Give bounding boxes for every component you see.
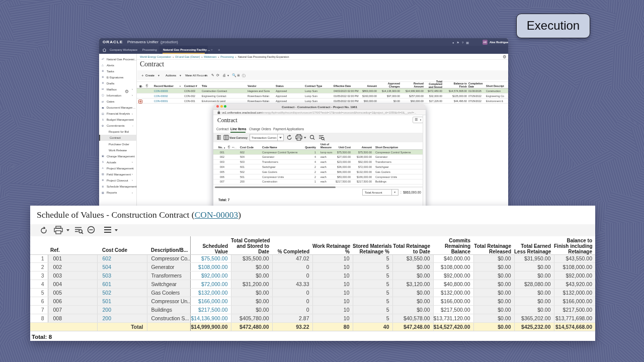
svg-text:Transaction Curren: Transaction Curren [252,136,276,139]
svg-text:View Currency: View Currency [229,136,248,139]
